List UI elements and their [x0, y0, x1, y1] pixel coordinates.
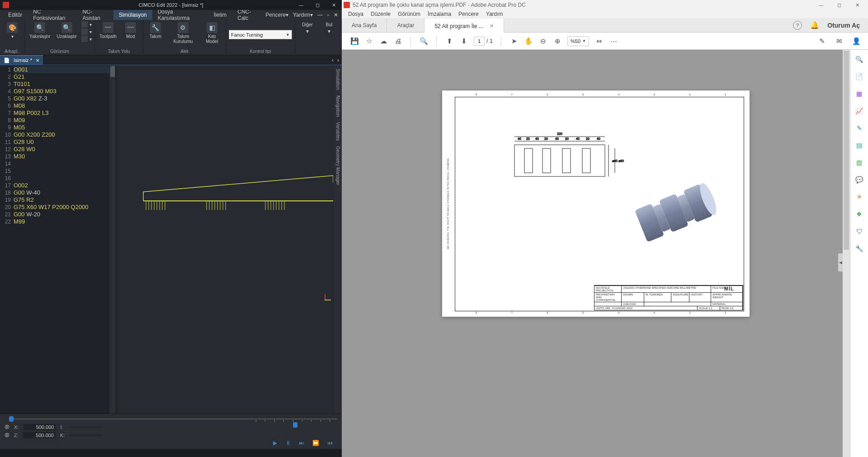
minimize-button[interactable]: — [812, 0, 830, 10]
solid-model-button[interactable]: ◧Katı Model [201, 21, 223, 48]
zoom-select[interactable]: %50▼ [567, 36, 589, 46]
save-icon[interactable]: 💾 [350, 37, 359, 46]
zoom-minus-icon[interactable]: ⊖ [538, 37, 547, 46]
rail-organize-icon[interactable]: ▦ [854, 89, 864, 99]
toolpath-button[interactable]: 〰Toolpath [98, 21, 118, 48]
rail-export-icon[interactable]: 📄 [854, 71, 864, 81]
tool-button[interactable]: 🔧Takım [146, 21, 165, 48]
play-button[interactable]: ▶ [273, 440, 277, 446]
page-down-icon[interactable]: ⬇ [459, 37, 468, 46]
tab-tools[interactable]: Araçlar [387, 18, 425, 32]
tab-close-icon[interactable]: ✕ [490, 23, 494, 29]
menu-pencere[interactable]: Pencere▾ [265, 12, 288, 18]
code-scrollbar[interactable] [109, 65, 116, 414]
rail-comment-icon[interactable]: 💬 [854, 175, 864, 185]
tool-setup-button[interactable]: ⚙Takım Kurulumu [168, 21, 198, 48]
search-icon[interactable]: 🔍 [419, 37, 428, 46]
menu-iletim[interactable]: İletim [208, 10, 232, 20]
menu-duzenle[interactable]: Düzenle [371, 11, 391, 17]
mode-button[interactable]: 〰Mod [121, 21, 140, 48]
ribbon-close-icon[interactable]: ✕ [334, 12, 338, 18]
acro-scrollbar[interactable] [843, 50, 850, 457]
minimize-button[interactable]: — [293, 0, 309, 10]
doc-tab-isimsiz[interactable]: 📄 Isimsiz * ✕ [0, 55, 43, 65]
control-type-select[interactable]: Fanuc Turning ▼ [229, 30, 292, 39]
menu-simulasyon[interactable]: Simülasyon [113, 10, 152, 20]
scroll-thumb[interactable] [844, 51, 849, 250]
rail-stamp-icon[interactable]: ❖ [854, 209, 864, 219]
panel-collapse-icon[interactable]: ◀ [838, 253, 843, 271]
rail-navigation[interactable]: Navigation [335, 94, 340, 119]
print-icon[interactable]: 🖨 [393, 37, 402, 46]
tab-home[interactable]: Ana Sayfa [342, 18, 387, 32]
mail-icon[interactable]: ✉ [835, 37, 844, 46]
rail-protect-icon[interactable]: 🛡 [854, 226, 864, 236]
cloud-icon[interactable]: ☁ [379, 37, 388, 46]
more-icon[interactable]: ⋯ [609, 37, 618, 46]
rail-variables[interactable]: Variables [335, 120, 340, 143]
hand-icon[interactable]: ✋ [524, 37, 533, 46]
menu-editor[interactable]: Editör [3, 10, 28, 20]
page-up-icon[interactable]: ⬆ [445, 37, 454, 46]
rail-compress-icon[interactable]: ▤ [854, 140, 864, 150]
menu-gorunum[interactable]: Görünüm [398, 11, 420, 17]
menu-cnccalc[interactable]: CNC-Calc [232, 10, 265, 20]
bg-button[interactable]: 🎨▾ [3, 21, 22, 48]
login-button[interactable]: Oturum Aç [827, 22, 860, 29]
zoom-out-button[interactable]: 🔍Uzaklaştır [55, 21, 79, 48]
star-icon[interactable]: ☆ [364, 37, 373, 46]
tab-document[interactable]: 52 Alt program İle ... ✕ [425, 19, 504, 33]
code-editor[interactable]: O001G21T0101G97 S1500 M03G00 X82 Z-3M08M… [13, 65, 109, 414]
fast-fwd-button[interactable]: ⏩ [312, 440, 319, 446]
rail-search-icon[interactable]: 🔍 [854, 54, 864, 64]
fit-width-icon[interactable]: ⇔ [594, 37, 604, 46]
view-opt-1[interactable]: ▾ [81, 21, 92, 28]
rail-geometry[interactable]: Geometry Manager [335, 144, 340, 187]
menu-dosya[interactable]: Dosya [348, 11, 363, 17]
menu-nc-assist[interactable]: NC-Asistan [77, 10, 113, 20]
rail-edit-icon[interactable]: 📈 [854, 106, 864, 116]
view-opt-3[interactable]: ▾ [81, 36, 92, 42]
find-button[interactable]: Bul▾ [320, 21, 339, 53]
zoom-in-button[interactable]: 🔍Yakınlaştır [28, 21, 52, 48]
tab-prev-icon[interactable]: ‹ [332, 57, 334, 63]
menu-compare[interactable]: Dosya Karşılaştırma [152, 10, 208, 20]
maximize-button[interactable]: ◻ [309, 0, 326, 10]
rail-sign-icon[interactable]: ✎ [854, 123, 864, 133]
other-button[interactable]: Diğer▾ [298, 21, 317, 53]
view-opt-2[interactable]: ▾ [81, 29, 92, 35]
speed-knob[interactable] [293, 422, 297, 428]
maximize-button[interactable]: ◻ [830, 0, 848, 10]
menu-yardim[interactable]: Yardım▾ [293, 12, 313, 18]
doc-tab-close-icon[interactable]: ✕ [36, 58, 39, 63]
close-button[interactable]: ✕ [848, 0, 866, 10]
scroll-thumb[interactable] [110, 66, 115, 77]
bell-icon[interactable]: 🔔 [810, 21, 819, 29]
acro-canvas[interactable]: 87654321 87654321 WE RESERVE THE RIGHT T… [342, 50, 850, 457]
menu-yardim[interactable]: Yardım [486, 11, 503, 17]
tab-next-icon[interactable]: › [337, 57, 339, 63]
slider-knob[interactable] [9, 416, 14, 422]
people-icon[interactable]: 👤 [852, 37, 861, 46]
svg-rect-38 [524, 148, 533, 173]
ribbon-min-icon[interactable]: — [317, 12, 323, 18]
speed-slider[interactable] [256, 418, 333, 424]
simulation-viewport[interactable] [116, 65, 334, 414]
close-button[interactable]: ✕ [326, 0, 342, 10]
rail-simulation[interactable]: Simulation [335, 67, 340, 92]
ribbon-rest-icon[interactable]: ▫ [327, 12, 329, 18]
menu-pencere[interactable]: Pencere [458, 11, 479, 17]
menu-nc-func[interactable]: NC Fonksiyonları [28, 10, 77, 20]
step-fwd-button[interactable]: ⏭ [299, 440, 304, 446]
rail-share-icon[interactable]: ▥ [854, 157, 864, 167]
pointer-icon[interactable]: ➤ [509, 37, 519, 46]
sign-icon[interactable]: ✎ [817, 37, 826, 46]
pause-button[interactable]: ⏸ [285, 440, 291, 446]
rail-more-icon[interactable]: 🔧 [854, 243, 864, 253]
end-button[interactable]: ⏮ [327, 440, 333, 446]
menu-imzalama[interactable]: İmzalama [428, 11, 451, 17]
zoom-plus-icon[interactable]: ⊕ [553, 37, 562, 46]
page-number-input[interactable] [474, 37, 485, 46]
rail-fill-icon[interactable]: ✳ [854, 192, 864, 202]
help-icon[interactable]: ? [793, 21, 802, 30]
